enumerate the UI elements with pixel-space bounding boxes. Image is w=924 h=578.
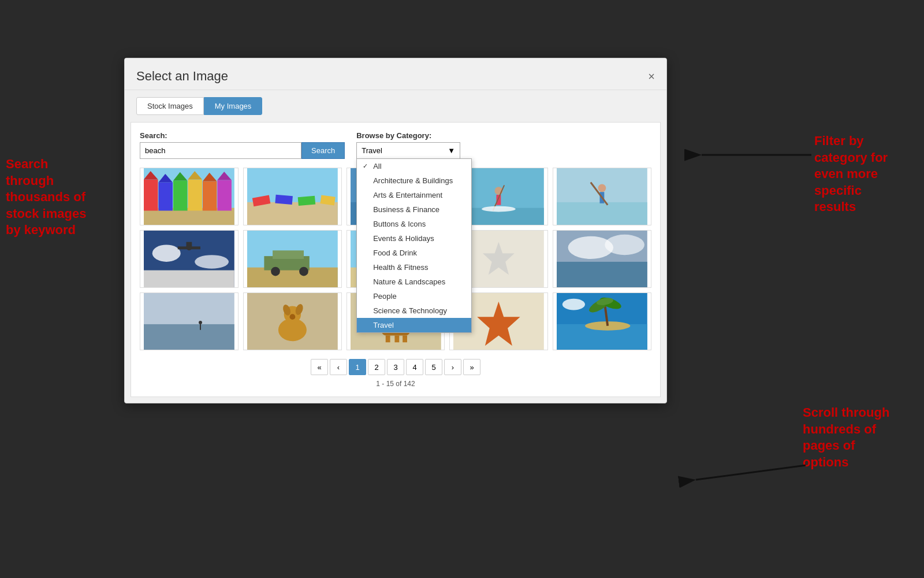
- check-icon: ✓: [363, 162, 370, 170]
- image-thumb-deckchairs[interactable]: [243, 168, 342, 225]
- category-option-label: Business & Finance: [373, 205, 439, 214]
- image-thumb-beach-wide[interactable]: [553, 168, 651, 225]
- dropdown-chevron-icon: ▼: [448, 146, 455, 155]
- search-row: Search: Search Browse by Category: Trave…: [140, 131, 651, 159]
- category-option-travel[interactable]: Travel: [357, 318, 471, 332]
- search-button[interactable]: Search: [301, 142, 345, 159]
- svg-rect-23: [275, 195, 293, 205]
- category-option-label: Architecture & Buildings: [373, 176, 453, 185]
- svg-point-44: [152, 245, 181, 262]
- close-button[interactable]: ×: [648, 71, 655, 82]
- svg-rect-48: [186, 242, 192, 249]
- page-last-button[interactable]: »: [463, 359, 480, 375]
- page-next-button[interactable]: ›: [444, 359, 461, 375]
- svg-point-54: [299, 267, 308, 276]
- image-thumb-tropical[interactable]: [553, 292, 651, 350]
- image-thumb-beach-huts[interactable]: [140, 168, 239, 225]
- svg-rect-90: [403, 336, 407, 343]
- image-thumb-cloudy-ocean[interactable]: [553, 230, 651, 288]
- svg-point-72: [605, 235, 644, 255]
- page-3-button[interactable]: 3: [387, 359, 404, 375]
- svg-rect-88: [385, 336, 390, 343]
- arrow-filter: [696, 143, 811, 166]
- category-label: Browse by Category:: [356, 131, 460, 140]
- dialog-title: Select an Image: [136, 69, 228, 84]
- category-dropdown-trigger[interactable]: Travel ▼: [356, 142, 460, 159]
- category-option-label: Food & Drink: [373, 249, 417, 257]
- annotation-filter: Filter bycategory foreven morespecificre…: [814, 133, 918, 216]
- svg-point-53: [271, 267, 280, 276]
- category-option-label: Health & Fitness: [373, 263, 428, 272]
- selected-category: Travel: [362, 146, 382, 155]
- select-image-dialog: Select an Image × Stock Images My Images…: [124, 58, 667, 403]
- category-option-science[interactable]: Science & Technology: [357, 303, 471, 318]
- category-option-architecture[interactable]: Architecture & Buildings: [357, 173, 471, 188]
- category-option-label: People: [373, 292, 396, 301]
- tab-my-images[interactable]: My Images: [204, 97, 263, 115]
- image-thumb-dog1[interactable]: [243, 292, 342, 350]
- svg-rect-18: [217, 180, 232, 211]
- arrow-scroll: [690, 457, 806, 491]
- svg-rect-16: [203, 181, 217, 211]
- svg-rect-52: [273, 250, 304, 259]
- tab-stock-images[interactable]: Stock Images: [136, 97, 204, 115]
- category-option-business[interactable]: Business & Finance: [357, 202, 471, 217]
- svg-rect-24: [297, 196, 315, 206]
- category-option-events[interactable]: Events & Holidays: [357, 231, 471, 246]
- image-thumb-plane[interactable]: [140, 230, 239, 288]
- annotation-search: Searchthroughthousands ofstock imagesby …: [6, 156, 121, 239]
- svg-point-45: [195, 255, 229, 269]
- svg-rect-34: [497, 195, 501, 205]
- category-option-all[interactable]: ✓ All: [357, 159, 471, 173]
- svg-rect-50: [247, 268, 338, 287]
- page-prev-button[interactable]: ‹: [330, 359, 347, 375]
- category-option-buttons[interactable]: Buttons & Icons: [357, 217, 471, 231]
- tab-bar: Stock Images My Images: [125, 90, 666, 122]
- category-option-label: Events & Holidays: [373, 234, 434, 243]
- category-option-food[interactable]: Food & Drink: [357, 246, 471, 260]
- category-select-wrapper: Travel ▼ ✓ All Architecture & Buildi: [356, 142, 460, 159]
- page-1-button[interactable]: 1: [349, 359, 366, 375]
- svg-rect-12: [173, 181, 188, 211]
- svg-line-5: [696, 465, 806, 480]
- pagination: « ‹ 1 2 3 4 5 › »: [140, 359, 651, 375]
- page-5-button[interactable]: 5: [425, 359, 442, 375]
- dialog-header: Select an Image ×: [125, 58, 666, 90]
- search-input[interactable]: [140, 142, 301, 159]
- category-option-label: Travel: [373, 321, 394, 329]
- category-dropdown-menu: ✓ All Architecture & Buildings Arts & En…: [356, 158, 472, 333]
- svg-point-36: [482, 206, 516, 212]
- svg-rect-38: [557, 202, 647, 225]
- category-option-people[interactable]: People: [357, 289, 471, 303]
- dialog-body: Search: Search Browse by Category: Trave…: [131, 122, 661, 397]
- svg-rect-89: [394, 336, 399, 343]
- category-option-label: Arts & Entertainment: [373, 191, 442, 199]
- category-option-label: Buttons & Icons: [373, 220, 426, 228]
- svg-rect-70: [557, 262, 647, 287]
- category-option-label: Nature & Landscapes: [373, 277, 445, 286]
- search-label: Search:: [140, 131, 345, 140]
- svg-rect-10: [158, 183, 173, 211]
- category-option-health[interactable]: Health & Fitness: [357, 260, 471, 275]
- category-section: Browse by Category: Travel ▼ ✓ All: [356, 131, 460, 159]
- svg-point-82: [289, 314, 295, 320]
- search-section: Search: Search: [140, 131, 345, 159]
- svg-rect-43: [144, 271, 234, 287]
- category-option-arts[interactable]: Arts & Entertainment: [357, 188, 471, 202]
- svg-point-75: [199, 321, 202, 324]
- svg-rect-14: [188, 180, 202, 211]
- page-4-button[interactable]: 4: [406, 359, 423, 375]
- page-2-button[interactable]: 2: [368, 359, 385, 375]
- category-option-label: Science & Technology: [373, 306, 447, 315]
- page-first-button[interactable]: «: [311, 359, 328, 375]
- svg-rect-21: [247, 202, 338, 225]
- category-option-label: All: [373, 162, 381, 171]
- category-option-nature[interactable]: Nature & Landscapes: [357, 275, 471, 289]
- image-thumb-jeep[interactable]: [243, 230, 342, 288]
- svg-point-39: [598, 184, 606, 192]
- svg-point-100: [562, 299, 585, 310]
- page-info: 1 - 15 of 142: [140, 380, 651, 388]
- search-input-row: Search: [140, 142, 345, 159]
- image-thumb-beach-lone[interactable]: [140, 292, 239, 350]
- annotation-scroll: Scroll throughhundreds ofpages ofoptions: [803, 405, 918, 470]
